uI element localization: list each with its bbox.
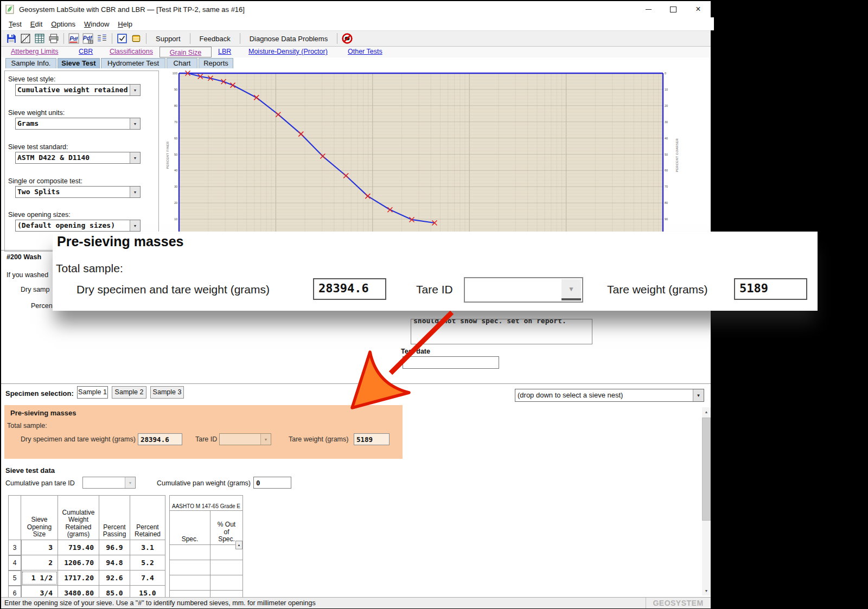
grid-cell-opening-size[interactable]: 2 xyxy=(21,555,58,570)
grid-cell-out-of-spec[interactable] xyxy=(210,560,243,575)
data-check-icon xyxy=(117,34,127,43)
dry-weight-input[interactable]: 28394.6 xyxy=(138,433,182,445)
tab-sample-info[interactable]: Sample Info. xyxy=(5,58,56,68)
pan-tare-dropdown[interactable]: ▼ xyxy=(82,477,136,489)
sieve-test-standard-value: ASTM D422 & D1140 xyxy=(16,152,130,163)
grid-cell-percent-passing[interactable]: 96.9 xyxy=(99,540,130,555)
save-button[interactable] xyxy=(4,32,18,45)
grid-cell-percent-retained[interactable]: 5.2 xyxy=(130,555,165,570)
tab-chart[interactable]: Chart xyxy=(167,58,197,68)
callout-tare-id-dropdown[interactable]: ▼ xyxy=(464,277,583,303)
data-check-button[interactable] xyxy=(115,32,129,45)
nav-link-moisture-density[interactable]: Moisture-Density (Proctor) xyxy=(248,48,328,55)
grid-cell-out-of-spec[interactable] xyxy=(210,575,243,591)
chevron-down-icon[interactable]: ▼ xyxy=(130,118,140,129)
export-pdf-table-button[interactable]: Pdf xyxy=(81,32,95,45)
column-layout-button[interactable] xyxy=(95,32,109,45)
menu-item-help[interactable]: Help xyxy=(113,19,137,29)
grid-cell-opening-size[interactable]: 1 1/2 xyxy=(21,570,58,586)
grid-cell-opening-size[interactable]: 3 xyxy=(21,540,58,555)
block-phone-button[interactable] xyxy=(340,32,354,45)
scrollbar-thumb[interactable] xyxy=(702,418,711,521)
out-of-spec-col-header: % Out of Spec. xyxy=(210,511,243,545)
menu-item-test[interactable]: Test xyxy=(4,19,26,29)
nav-link-grain-size-box: Grain Size xyxy=(159,47,212,57)
spreadsheet-view-button[interactable] xyxy=(33,32,47,45)
nav-link-grain-size[interactable]: Grain Size xyxy=(170,49,201,56)
grid-cell-weight-retained[interactable]: 719.40 xyxy=(58,540,99,555)
svg-text:90: 90 xyxy=(174,88,177,91)
single-composite-dropdown[interactable]: Two Splits ▼ xyxy=(15,186,141,198)
svg-text:80: 80 xyxy=(174,104,177,107)
menu-item-edit[interactable]: Edit xyxy=(26,19,47,29)
svg-text:70: 70 xyxy=(174,120,177,124)
callout-dry-weight-input[interactable]: 28394.6 xyxy=(313,278,386,300)
callout-tare-weight-input[interactable]: 5189 xyxy=(734,278,807,300)
graph-view-button[interactable] xyxy=(18,32,33,45)
chevron-down-icon[interactable]: ▼ xyxy=(130,152,140,163)
grid-cell-percent-retained[interactable]: 3.1 xyxy=(130,540,165,555)
chevron-down-icon[interactable]: ▼ xyxy=(130,220,140,231)
nav-link-lbr[interactable]: LBR xyxy=(218,48,231,55)
sieve-test-data-heading: Sieve test data xyxy=(5,466,55,475)
menu-item-window[interactable]: Window xyxy=(80,19,113,29)
tare-weight-input[interactable]: 5189 xyxy=(354,433,390,445)
chevron-down-icon[interactable]: ▼ xyxy=(130,187,140,197)
pan-weight-input[interactable]: 0 xyxy=(253,477,291,489)
tab-sample-2[interactable]: Sample 2 xyxy=(112,386,146,399)
grid-cell-spec[interactable] xyxy=(170,575,210,591)
minimize-button[interactable] xyxy=(636,1,661,17)
tab-sample-1[interactable]: Sample 1 xyxy=(77,386,108,399)
scroll-up-icon[interactable]: ▲ xyxy=(702,407,711,416)
geosystem-branding: GEOSYSTEM xyxy=(646,598,710,608)
vertical-scrollbar[interactable]: ▲ ▼ xyxy=(702,407,711,595)
spec-col-header: Spec. xyxy=(170,511,210,545)
presieving-heading: Pre-sieving masses xyxy=(10,409,76,417)
support-button[interactable]: Support xyxy=(149,35,187,43)
grid-cell-percent-passing[interactable]: 92.6 xyxy=(99,570,130,586)
menu-item-options[interactable]: Options xyxy=(47,19,80,29)
annotation-arrow xyxy=(326,298,477,418)
sieve-weight-units-dropdown[interactable]: Grams ▼ xyxy=(15,118,141,130)
tab-sieve-test[interactable]: Sieve Test xyxy=(58,58,100,68)
diagnose-data-problems-button[interactable]: Diagnose Data Problems xyxy=(243,35,335,43)
grid-cell-spec[interactable] xyxy=(170,560,210,575)
row-number[interactable]: 4 xyxy=(9,555,21,570)
maximize-button[interactable] xyxy=(661,1,686,17)
sieve-nest-dropdown[interactable]: (drop down to select a sieve nest) ▼ xyxy=(515,389,704,402)
svg-text:90: 90 xyxy=(665,217,668,221)
svg-text:100: 100 xyxy=(173,72,177,75)
grid-cell-weight-retained[interactable]: 1717.20 xyxy=(58,570,99,586)
pan-weight-label: Cumulative pan weight (grams) xyxy=(157,479,251,487)
row-number[interactable]: 3 xyxy=(9,540,21,555)
tab-reports[interactable]: Reports xyxy=(199,58,233,68)
nav-link-cbr[interactable]: CBR xyxy=(79,48,93,55)
chevron-down-icon[interactable]: ▼ xyxy=(693,389,704,401)
tab-hydrometer-test[interactable]: Hydrometer Test xyxy=(101,58,165,68)
nav-link-classifications[interactable]: Classifications xyxy=(110,48,153,55)
sieve-weight-units-label: Sieve weight units: xyxy=(8,109,65,117)
svg-text:10: 10 xyxy=(665,88,668,91)
tab-sample-3[interactable]: Sample 3 xyxy=(150,386,184,399)
print-button[interactable] xyxy=(47,32,61,45)
chevron-down-icon[interactable]: ▼ xyxy=(130,85,140,95)
row-number[interactable]: 5 xyxy=(9,570,21,586)
grid-cell-percent-retained[interactable]: 7.4 xyxy=(130,570,165,586)
sieve-opening-sizes-dropdown[interactable]: (Default opening sizes) ▼ xyxy=(15,220,141,232)
nav-link-other-tests[interactable]: Other Tests xyxy=(348,48,382,55)
spec-table-scroll-up[interactable]: ▲ xyxy=(235,541,242,549)
nav-link-atterberg-limits[interactable]: Atterberg Limits xyxy=(11,48,59,55)
toolbar-separator xyxy=(63,33,64,44)
database-button[interactable] xyxy=(129,32,143,45)
close-button[interactable]: × xyxy=(686,1,711,17)
feedback-button[interactable]: Feedback xyxy=(193,35,237,43)
scroll-down-icon[interactable]: ▼ xyxy=(702,586,711,595)
sieve-test-style-dropdown[interactable]: Cumulative weight retained ▼ xyxy=(15,84,141,96)
grid-cell-spec[interactable] xyxy=(170,545,210,560)
grid-cell-weight-retained[interactable]: 1206.70 xyxy=(58,555,99,570)
grid-cell-percent-passing[interactable]: 94.8 xyxy=(99,555,130,570)
tare-id-dropdown[interactable]: ▼ xyxy=(219,433,271,445)
sieve-test-standard-dropdown[interactable]: ASTM D422 & D1140 ▼ xyxy=(15,152,141,164)
svg-text:80: 80 xyxy=(665,201,668,204)
export-pdf-button[interactable]: P df xyxy=(67,32,81,45)
